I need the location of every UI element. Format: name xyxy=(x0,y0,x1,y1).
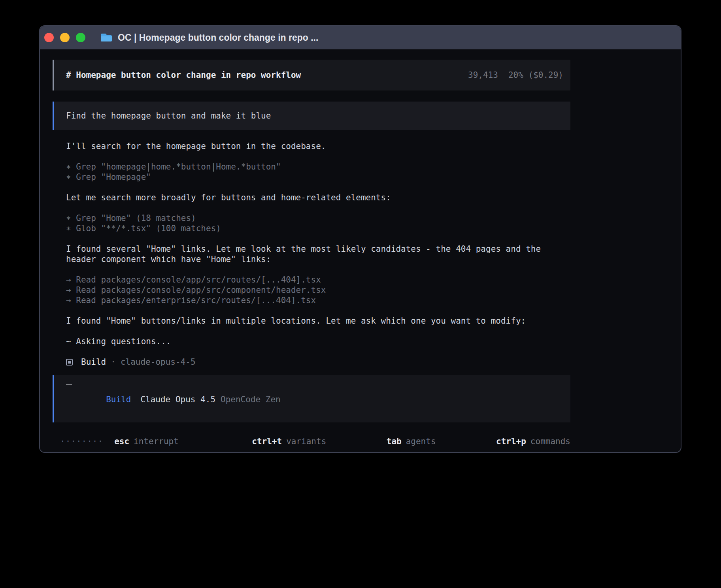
separator-dot: · xyxy=(111,357,116,367)
spacer-line xyxy=(66,264,681,275)
user-message-text: Find the homepage button and make it blu… xyxy=(66,111,271,121)
session-usage: 39,41320% ($0.29) xyxy=(428,61,563,89)
terminal-window: OC | Homepage button color change in rep… xyxy=(39,25,681,453)
minimize-window-button[interactable] xyxy=(60,33,70,42)
spinner-dots: ········ xyxy=(60,437,103,446)
commands-label: commands xyxy=(530,437,570,446)
agents-hint: tabagents xyxy=(336,427,436,453)
input-agent-mode[interactable]: Build xyxy=(106,395,131,404)
input-model-name[interactable]: Claude Opus 4.5 xyxy=(140,395,215,404)
session-title: # Homepage button color change in repo w… xyxy=(66,70,301,80)
folder-icon xyxy=(100,33,112,42)
assistant-text: Let me search more broadly for buttons a… xyxy=(66,192,681,203)
interrupt-label: interrupt xyxy=(134,437,179,446)
spacer-line xyxy=(66,182,681,192)
assistant-text: header component which have "Home" links… xyxy=(66,254,681,264)
assistant-text: I found several "Home" links. Let me loo… xyxy=(66,244,681,254)
tool-call-grep: ∗ Grep "homepage|home.*button|Home.*butt… xyxy=(66,162,681,172)
footer-left: ········ escinterrupt xyxy=(60,437,179,446)
model-name: claude-opus-4-5 xyxy=(121,357,196,367)
token-count: 39,413 xyxy=(468,70,498,80)
spacer-line xyxy=(66,305,681,316)
esc-key-hint: esc xyxy=(114,437,129,446)
spacer-line xyxy=(66,203,681,213)
tool-call-glob: ∗ Glob "**/*.tsx" (100 matches) xyxy=(66,223,681,234)
footer-right: ctrl+tvariants tabagents ctrl+pcommands xyxy=(202,427,570,453)
spacer-line xyxy=(66,347,681,357)
window-titlebar: OC | Homepage button color change in rep… xyxy=(40,26,681,49)
agents-label: agents xyxy=(406,437,436,446)
agent-status-line: Build · claude-opus-4-5 xyxy=(66,357,681,367)
footer-hints: ········ escinterrupt ctrl+tvariants tab… xyxy=(53,427,570,453)
tool-call-read: → Read packages/console/app/src/componen… xyxy=(66,285,681,295)
assistant-status-text: ~ Asking questions... xyxy=(66,336,681,347)
tab-key: tab xyxy=(387,437,402,446)
spacer-line xyxy=(66,151,681,162)
tool-call-grep: ∗ Grep "Homepage" xyxy=(66,172,681,182)
tool-call-grep: ∗ Grep "Home" (18 matches) xyxy=(66,213,681,223)
user-message: Find the homepage button and make it blu… xyxy=(53,102,570,130)
spacer-line xyxy=(66,234,681,244)
tool-call-read: → Read packages/console/app/src/routes/[… xyxy=(66,275,681,285)
assistant-transcript: I'll search for the homepage button in t… xyxy=(53,141,681,367)
ctrl-p-key: ctrl+p xyxy=(496,437,526,446)
ctrl-t-key: ctrl+t xyxy=(252,437,282,446)
session-header: # Homepage button color change in repo w… xyxy=(53,60,570,90)
variants-label: variants xyxy=(286,437,326,446)
input-provider-name: OpenCode Zen xyxy=(221,395,281,404)
zoom-window-button[interactable] xyxy=(76,33,85,42)
spacer-line xyxy=(66,326,681,336)
assistant-text: I'll search for the homepage button in t… xyxy=(66,141,681,151)
agent-name: Build xyxy=(81,357,106,367)
assistant-text: I found "Home" buttons/links in multiple… xyxy=(66,316,681,326)
context-usage: 20% ($0.29) xyxy=(508,70,563,80)
tool-call-read: → Read packages/enterprise/src/routes/[.… xyxy=(66,295,681,305)
close-window-button[interactable] xyxy=(44,33,54,42)
window-title: OC | Homepage button color change in rep… xyxy=(118,32,318,43)
agent-build-icon xyxy=(66,359,73,366)
variants-hint: ctrl+tvariants xyxy=(202,427,326,453)
input-meta-row: BuildClaude Opus 4.5OpenCode Zen xyxy=(66,385,570,414)
prompt-input[interactable]: BuildClaude Opus 4.5OpenCode Zen xyxy=(53,375,570,422)
commands-hint: ctrl+pcommands xyxy=(446,427,570,453)
terminal-content: # Homepage button color change in repo w… xyxy=(40,49,681,453)
